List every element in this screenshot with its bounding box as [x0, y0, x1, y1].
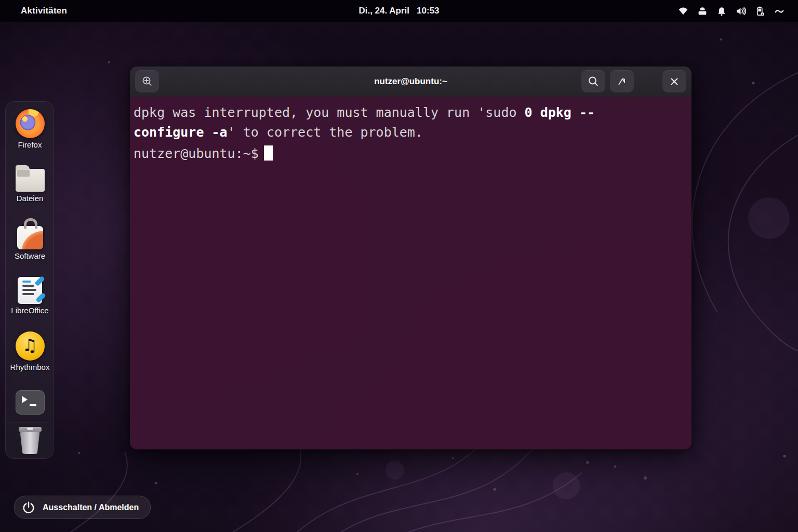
dock-item-label: Software: [15, 251, 45, 260]
terminal-titlebar[interactable]: nutzer@ubuntu:~: [130, 66, 691, 97]
dock-item-libreoffice[interactable]: LibreOffice: [6, 275, 54, 315]
desktop: Aktivitäten Di., 24. April 10:53: [0, 0, 798, 532]
dock-item-software[interactable]: Software: [6, 220, 54, 260]
wifi-icon[interactable]: [678, 6, 688, 16]
battery-icon[interactable]: [755, 6, 765, 16]
clock-time: 10:53: [417, 6, 439, 16]
search-button[interactable]: [581, 70, 605, 92]
terminal-body[interactable]: dpkg was interrupted, you must manually …: [130, 97, 691, 449]
zoom-plus-icon: [141, 75, 153, 88]
shell-prompt: nutzer@ubuntu:~$: [134, 146, 259, 161]
terminal-title: nutzer@ubuntu:~: [130, 66, 691, 97]
power-icon: [22, 501, 35, 514]
system-status-area[interactable]: [678, 0, 784, 22]
libreoffice-icon: [18, 277, 42, 304]
terminal-cursor: [264, 145, 273, 161]
rhythmbox-icon: ♫: [16, 331, 45, 361]
dock-item-files[interactable]: Dateien: [6, 165, 54, 203]
terminal-prompt-line: nutzer@ubuntu:~$: [134, 144, 686, 164]
dock-item-label: Firefox: [18, 140, 42, 149]
volume-icon[interactable]: [736, 6, 746, 16]
dock: Firefox Dateien Software LibreOffice ♫ R…: [5, 101, 54, 459]
user-icon[interactable]: [697, 6, 708, 16]
restore-icon: [616, 75, 628, 88]
shutdown-logout-label: Ausschalten / Abmelden: [43, 503, 139, 512]
tilde-icon[interactable]: [774, 6, 784, 16]
zoom-button[interactable]: [135, 70, 159, 92]
dock-item-firefox[interactable]: Firefox: [6, 109, 54, 149]
clock-date: Di., 24. April: [358, 6, 409, 16]
dock-item-label: LibreOffice: [11, 306, 48, 315]
files-icon: [16, 169, 45, 192]
shutdown-logout-button[interactable]: Ausschalten / Abmelden: [14, 496, 151, 519]
software-icon: [17, 226, 43, 249]
terminal-output-line-1: dpkg was interrupted, you must manually …: [134, 103, 686, 123]
trash-icon: [18, 426, 42, 455]
bell-icon[interactable]: [716, 6, 727, 16]
dock-item-rhythmbox[interactable]: ♫ Rhythmbox: [6, 331, 54, 371]
dock-separator: [9, 422, 50, 422]
restore-button[interactable]: [610, 70, 634, 92]
dock-item-label: Rhythmbox: [10, 363, 50, 371]
close-icon: [668, 75, 681, 88]
close-button[interactable]: [662, 70, 686, 92]
dock-item-trash[interactable]: [6, 426, 54, 455]
dock-item-label: Dateien: [17, 194, 44, 203]
terminal-output-line-2: configure -a' to correct the problem.: [134, 123, 686, 142]
dock-item-terminal[interactable]: [6, 388, 54, 415]
terminal-window: nutzer@ubuntu:~: [130, 66, 691, 449]
terminal-icon: [16, 390, 45, 415]
firefox-icon: [16, 109, 45, 138]
search-icon: [587, 75, 600, 88]
top-bar: Aktivitäten Di., 24. April 10:53: [0, 0, 798, 22]
